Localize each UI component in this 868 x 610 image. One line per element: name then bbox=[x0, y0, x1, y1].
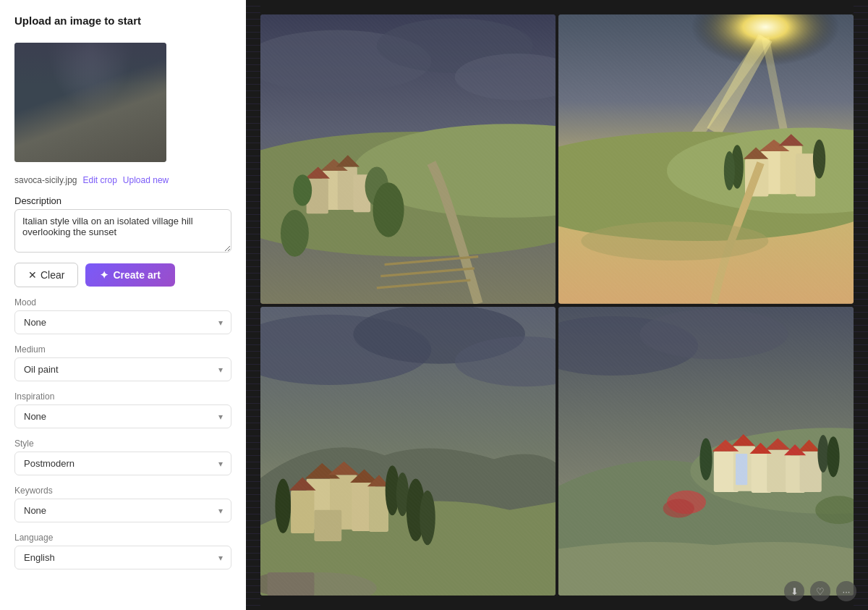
art-svg-3 bbox=[260, 307, 556, 596]
svg-point-60 bbox=[639, 309, 788, 359]
svg-point-77 bbox=[827, 436, 839, 477]
create-label: Create art bbox=[113, 269, 160, 281]
share-button[interactable]: ♡ bbox=[810, 581, 830, 601]
style-group: Style Postmodern Classic Modern Contempo… bbox=[14, 439, 231, 475]
svg-point-75 bbox=[699, 438, 712, 480]
svg-point-52 bbox=[275, 478, 291, 533]
svg-point-16 bbox=[373, 182, 404, 237]
medium-group: Medium Oil paint Watercolor Acrylic Penc… bbox=[14, 344, 231, 381]
svg-point-34 bbox=[581, 221, 768, 260]
inspiration-select[interactable]: None Impressionism Surrealism Realism Ab… bbox=[14, 404, 231, 428]
svg-point-15 bbox=[281, 210, 309, 257]
image-filename: savoca-sicily.jpg bbox=[14, 175, 77, 185]
inspiration-select-wrapper: None Impressionism Surrealism Realism Ab… bbox=[14, 404, 231, 428]
right-decorative-pattern bbox=[854, 0, 868, 610]
medium-select-wrapper: Oil paint Watercolor Acrylic Pencil sket… bbox=[14, 357, 231, 381]
svg-point-33 bbox=[813, 140, 825, 179]
sparkle-icon: ✦ bbox=[100, 269, 109, 281]
art-cell-2[interactable] bbox=[558, 14, 854, 304]
create-art-button[interactable]: ✦ Create art bbox=[85, 263, 174, 287]
art-svg-1 bbox=[260, 14, 556, 304]
bottom-icons: ⬇ ♡ ··· bbox=[784, 581, 856, 601]
inspiration-group: Inspiration None Impressionism Surrealis… bbox=[14, 391, 231, 428]
svg-rect-44 bbox=[314, 509, 341, 541]
language-label: Language bbox=[14, 533, 231, 543]
mood-group: Mood None Happy Sad Dramatic Peaceful Da… bbox=[14, 297, 231, 334]
keywords-group: Keywords None Village Landscape Architec… bbox=[14, 486, 231, 522]
art-svg-4 bbox=[558, 307, 854, 596]
art-cell-1[interactable] bbox=[260, 14, 556, 304]
right-panel: ⬇ ♡ ··· bbox=[246, 0, 868, 610]
image-meta: savoca-sicily.jpg Edit crop Upload new bbox=[14, 175, 231, 185]
svg-rect-41 bbox=[291, 490, 314, 533]
button-row: ✕ Clear ✦ Create art bbox=[14, 263, 231, 287]
style-select-wrapper: Postmodern Classic Modern Contemporary B… bbox=[14, 452, 231, 475]
download-button[interactable]: ⬇ bbox=[784, 581, 804, 601]
keywords-select-wrapper: None Village Landscape Architecture Natu… bbox=[14, 499, 231, 522]
description-group: Description bbox=[14, 195, 231, 253]
clear-label: Clear bbox=[41, 269, 64, 281]
clear-x-icon: ✕ bbox=[28, 269, 37, 281]
left-decorative-pattern bbox=[246, 0, 260, 610]
mood-select[interactable]: None Happy Sad Dramatic Peaceful Dark En… bbox=[14, 310, 231, 334]
medium-select[interactable]: Oil paint Watercolor Acrylic Pencil sket… bbox=[14, 357, 231, 381]
svg-point-14 bbox=[293, 174, 312, 206]
svg-point-54 bbox=[420, 490, 435, 545]
art-cell-4[interactable] bbox=[558, 307, 854, 596]
more-icon: ··· bbox=[843, 586, 851, 597]
svg-point-76 bbox=[817, 435, 828, 473]
svg-rect-74 bbox=[736, 453, 747, 484]
edit-crop-link[interactable]: Edit crop bbox=[82, 175, 116, 185]
keywords-select[interactable]: None Village Landscape Architecture Natu… bbox=[14, 499, 231, 522]
keywords-label: Keywords bbox=[14, 486, 231, 496]
art-svg-2 bbox=[558, 14, 854, 304]
svg-rect-27 bbox=[796, 153, 815, 196]
description-textarea[interactable] bbox=[14, 209, 231, 253]
mood-select-wrapper: None Happy Sad Dramatic Peaceful Dark En… bbox=[14, 310, 231, 334]
svg-point-32 bbox=[724, 151, 735, 190]
mood-label: Mood bbox=[14, 297, 231, 308]
style-select[interactable]: Postmodern Classic Modern Contemporary B… bbox=[14, 452, 231, 475]
svg-point-79 bbox=[663, 499, 694, 517]
inspiration-label: Inspiration bbox=[14, 391, 231, 402]
more-button[interactable]: ··· bbox=[836, 581, 856, 601]
left-panel: Upload an image to start savoca-sicily.j… bbox=[0, 0, 246, 610]
art-cell-3[interactable] bbox=[260, 307, 556, 596]
medium-label: Medium bbox=[14, 344, 231, 355]
description-label: Description bbox=[14, 195, 231, 206]
upload-title: Upload an image to start bbox=[14, 14, 231, 27]
upload-new-link[interactable]: Upload new bbox=[123, 175, 169, 185]
image-preview-container bbox=[14, 43, 166, 162]
language-select[interactable]: English French Spanish German Italian Ja… bbox=[14, 546, 231, 569]
style-label: Style bbox=[14, 439, 231, 449]
svg-rect-57 bbox=[268, 572, 315, 596]
heart-icon: ♡ bbox=[816, 586, 825, 597]
language-group: Language English French Spanish German I… bbox=[14, 533, 231, 569]
language-select-wrapper: English French Spanish German Italian Ja… bbox=[14, 546, 231, 569]
download-icon: ⬇ bbox=[791, 586, 799, 597]
art-grid bbox=[260, 14, 854, 596]
clear-button[interactable]: ✕ Clear bbox=[14, 263, 78, 287]
